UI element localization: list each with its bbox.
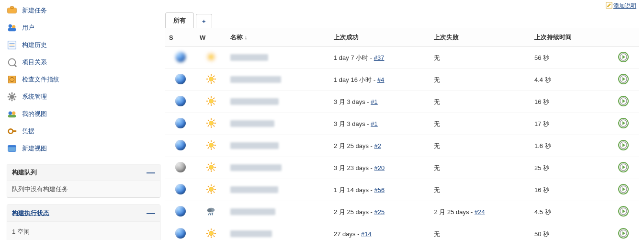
schedule-build-button[interactable] xyxy=(618,161,629,173)
svg-rect-4 xyxy=(8,28,16,31)
job-name-redacted: x xyxy=(230,54,268,61)
schedule-build-button[interactable] xyxy=(618,73,629,85)
col-duration[interactable]: 上次持续时间 xyxy=(531,28,608,47)
last-success-text: 3 月 23 days - xyxy=(334,164,374,171)
last-success-build-link[interactable]: #4 xyxy=(377,76,384,83)
sidebar-item-label: 系统管理 xyxy=(22,92,47,101)
sidebar-item-my-views[interactable]: 我的视图 xyxy=(7,105,160,123)
executor-row: 2 空闲 xyxy=(12,238,155,240)
svg-line-98 xyxy=(214,164,215,165)
last-success-text: 27 days - xyxy=(334,230,361,238)
sidebar-item-new-view[interactable]: 新建视图 xyxy=(7,140,160,157)
col-status[interactable]: S xyxy=(165,28,196,47)
last-fail-text: 无 xyxy=(434,54,440,61)
svg-line-58 xyxy=(208,103,209,105)
svg-line-80 xyxy=(214,148,215,149)
new-job-icon xyxy=(7,5,17,16)
svg-line-117 xyxy=(210,213,211,216)
svg-line-56 xyxy=(214,103,215,105)
status-ball xyxy=(175,96,186,106)
table-row: x1 day 16 小时 - #4无4.4 秒 xyxy=(165,69,639,91)
table-row: x1 月 14 days - #56无16 秒 xyxy=(165,179,639,201)
new-view-icon xyxy=(7,143,17,154)
schedule-build-button[interactable] xyxy=(618,228,629,239)
svg-point-78 xyxy=(209,143,213,147)
col-fail[interactable]: 上次失败 xyxy=(430,28,530,47)
collapse-icon[interactable]: — xyxy=(147,210,155,217)
sidebar-item-credentials[interactable]: 凭据 xyxy=(7,123,160,140)
svg-line-68 xyxy=(214,126,215,127)
schedule-build-button[interactable] xyxy=(618,117,629,129)
col-weather[interactable]: W xyxy=(196,28,226,47)
svg-line-86 xyxy=(214,142,215,143)
last-fail-text: 无 xyxy=(434,98,440,105)
sidebar-item-new-job[interactable]: 新建任务 xyxy=(7,2,160,19)
weather-icon xyxy=(206,162,216,172)
sidebar-item-manage[interactable]: 系统管理 xyxy=(7,88,160,105)
last-success-build-link[interactable]: #1 xyxy=(371,98,377,105)
svg-line-74 xyxy=(214,120,215,121)
collapse-icon[interactable]: — xyxy=(147,169,155,176)
last-success-build-link[interactable]: #25 xyxy=(374,208,385,216)
tab-all[interactable]: 所有 xyxy=(165,12,194,28)
status-ball xyxy=(175,162,186,172)
svg-line-46 xyxy=(208,81,209,83)
table-row: x2 月 25 days - #2无1.6 秒 xyxy=(165,135,639,157)
schedule-build-button[interactable] xyxy=(618,51,629,63)
svg-line-72 xyxy=(208,120,209,121)
svg-line-10 xyxy=(14,65,17,67)
schedule-build-button[interactable] xyxy=(618,139,629,151)
svg-point-30 xyxy=(209,55,213,59)
last-success-build-link[interactable]: #14 xyxy=(361,230,372,238)
svg-point-2 xyxy=(9,24,12,28)
status-ball xyxy=(175,228,186,239)
col-success[interactable]: 上次成功 xyxy=(330,28,430,47)
last-success-build-link[interactable]: #56 xyxy=(374,186,385,194)
last-success-build-link[interactable]: #1 xyxy=(371,120,377,127)
weather-icon xyxy=(206,74,216,84)
tab-add[interactable]: + xyxy=(196,14,212,28)
svg-line-118 xyxy=(212,213,213,216)
last-fail-build-link[interactable]: #24 xyxy=(475,208,485,216)
svg-line-116 xyxy=(209,213,210,216)
sidebar-item-users[interactable]: 用户 xyxy=(7,19,160,36)
sidebar-item-label: 检查文件指纹 xyxy=(22,75,59,84)
svg-line-96 xyxy=(208,164,209,165)
add-description-link[interactable]: 添加说明 xyxy=(606,2,636,9)
svg-line-38 xyxy=(214,54,215,55)
svg-line-126 xyxy=(208,236,209,237)
last-success-build-link[interactable]: #20 xyxy=(374,164,385,171)
my-views-icon xyxy=(7,109,17,119)
svg-line-92 xyxy=(214,170,215,171)
last-success-text: 3 月 3 days - xyxy=(334,120,371,127)
sidebar-item-label: 我的视图 xyxy=(22,110,47,118)
jobs-tbody: x1 day 7 小时 - #37无56 秒x1 day 16 小时 - #4无… xyxy=(165,47,639,240)
svg-rect-28 xyxy=(8,146,16,148)
weather-icon xyxy=(206,140,216,150)
svg-line-124 xyxy=(214,236,215,237)
last-success-build-link[interactable]: #2 xyxy=(374,142,381,149)
svg-rect-26 xyxy=(12,130,16,132)
sidebar-item-relations[interactable]: 项目关系 xyxy=(7,54,160,71)
svg-point-23 xyxy=(12,112,15,115)
last-success-text: 3 月 3 days - xyxy=(334,98,371,105)
schedule-build-button[interactable] xyxy=(618,206,629,217)
last-fail-text: 无 xyxy=(434,142,440,149)
sidebar-item-fingerprint[interactable]: 检查文件指纹 xyxy=(7,71,160,88)
svg-line-84 xyxy=(208,142,209,143)
job-name-redacted: x xyxy=(230,164,282,171)
job-name-redacted: x xyxy=(230,186,278,193)
last-fail-text: 无 xyxy=(434,186,440,194)
duration-text: 16 秒 xyxy=(534,186,549,194)
col-name[interactable]: 名称 ↓ xyxy=(226,28,330,47)
sidebar-item-history[interactable]: 构建历史 xyxy=(7,36,160,54)
schedule-build-button[interactable] xyxy=(618,95,629,107)
weather-icon xyxy=(206,118,216,128)
svg-line-108 xyxy=(208,186,209,187)
svg-line-50 xyxy=(214,76,215,77)
svg-point-66 xyxy=(209,121,213,125)
view-tabs: 所有 + xyxy=(165,12,639,28)
last-success-build-link[interactable]: #37 xyxy=(374,54,384,61)
schedule-build-button[interactable] xyxy=(618,183,629,195)
executor-title[interactable]: 构建执行状态 xyxy=(12,209,49,217)
